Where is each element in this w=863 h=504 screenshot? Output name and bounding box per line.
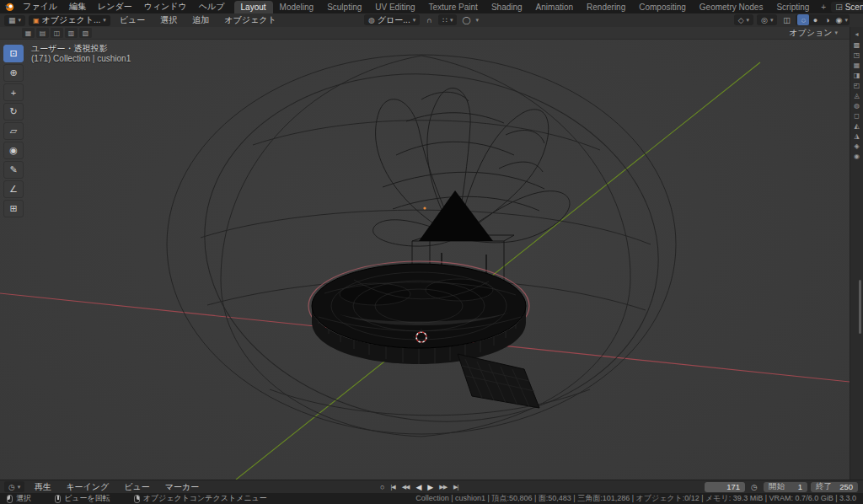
tab-uv-editing[interactable]: UV Editing [368,1,421,13]
properties-tab-modifier-icon[interactable]: ◻ [854,112,860,121]
menu-edit[interactable]: 編集 [63,0,92,13]
shading-material-button[interactable]: ◑ [821,14,833,25]
object-origin-dot [423,206,426,209]
snap-settings-dropdown[interactable]: ∷ ▾ [438,14,457,25]
move-tool[interactable]: + [3,83,24,101]
menu-help[interactable]: ヘルプ [193,0,231,13]
menu-timeline-view[interactable]: ビュー [118,480,155,494]
start-value: 1 [798,482,802,491]
add-workspace-button[interactable]: + [816,1,831,13]
xray-toggle[interactable]: ◫ [780,14,792,25]
scale-tool[interactable]: ▱ [3,122,24,140]
tool-preset-icon[interactable]: ▤ [36,28,49,38]
blender-logo-icon[interactable] [4,1,14,13]
menu-select[interactable]: 選択 [154,13,183,27]
tab-sculpting[interactable]: Sculpting [320,1,368,13]
play-reverse-button[interactable]: ◀ [413,481,423,492]
tool-preset-icon[interactable]: ▧ [79,28,92,38]
menu-object[interactable]: オブジェクト [218,13,281,27]
options-dropdown[interactable]: オプション ▾ [789,27,850,39]
viewport-background [0,27,850,480]
timeline-editor-type-button[interactable]: ◷ ▾ [4,481,24,492]
globe-icon: ◍ [368,16,375,24]
3d-viewport[interactable] [0,27,850,480]
menu-window[interactable]: ウィンドウ [138,0,193,13]
properties-tab-physics-icon[interactable]: ◮ [854,132,859,141]
menu-view[interactable]: ビュー [114,13,151,27]
properties-tab-particles-icon[interactable]: ◭ [854,122,859,131]
tab-layout[interactable]: Layout [234,1,273,13]
options-label: オプション [789,27,832,39]
current-frame-field[interactable]: 171 [705,482,745,492]
select-box-tool[interactable]: ⊡ [3,45,24,62]
frame-end-field[interactable]: 終了 250 [811,482,858,492]
autokey-toggle[interactable]: ○ [378,481,386,492]
expand-region-icon[interactable]: ◂ [855,30,858,38]
status-bar: 選択 ビューを回転 オブジェクトコンテクストメニュー Collection | … [0,493,863,504]
tab-texture-paint[interactable]: Texture Paint [422,1,485,13]
tool-preset-icon[interactable]: ◫ [51,28,63,38]
active-object-text: (171) Collection | cushion1 [31,54,131,64]
scene-selector[interactable]: ◲ Scene × [831,2,863,13]
tool-preset-icon[interactable]: ▦ [22,28,35,38]
hint-select: 選択 [7,493,31,504]
jump-to-start-button[interactable]: |◀ [388,481,397,492]
mode-dropdown[interactable]: ▣ オブジェクト... ▾ [29,15,110,26]
gizmos-dropdown[interactable]: ◇ ▾ [734,14,753,25]
properties-tab-render-icon[interactable]: ◳ [854,51,860,60]
shading-mode-group: ◌ ● ◑ ◉ ▾ [796,14,850,25]
transform-tool[interactable]: ◉ [3,142,24,159]
jump-to-end-button[interactable]: ▶| [451,481,460,492]
tool-preset-icon[interactable]: ▥ [65,28,78,38]
rotate-tool[interactable]: ↻ [3,103,24,121]
proportional-editing-icon[interactable]: ◯ [460,14,472,25]
properties-tab-world-icon[interactable]: ◬ [854,92,859,100]
hint-rotate-view: ビューを回転 [55,493,110,504]
view-name-text: ユーザー・透視投影 [31,44,131,54]
scene-name: Scene [845,3,863,12]
menu-render[interactable]: レンダー [92,0,138,13]
orientation-label: グロー... [378,14,410,26]
scrollbar[interactable] [859,280,861,334]
menu-playback[interactable]: 再生 [28,480,56,494]
tab-rendering[interactable]: Rendering [580,1,632,13]
properties-tab-data-icon[interactable]: ◉ [854,153,860,161]
frame-start-field[interactable]: 開始 1 [764,482,807,492]
properties-tab-scene-icon[interactable]: ◰ [854,82,860,90]
add-cube-tool[interactable]: ⊞ [3,200,24,217]
next-keyframe-button[interactable]: ▶▶ [437,481,449,492]
properties-tab-output-icon[interactable]: ▦ [854,62,860,70]
header-right: ◇ ▾ ◎ ▾ ◫ ◌ ● ◑ ◉ ▾ [734,14,850,25]
shading-wireframe-button[interactable]: ◌ [797,14,809,25]
tab-shading[interactable]: Shading [485,1,529,13]
menu-marker[interactable]: マーカー [159,480,205,494]
shading-solid-button[interactable]: ● [809,14,821,25]
tab-geometry-nodes[interactable]: Geometry Nodes [693,1,770,13]
play-button[interactable]: ▶ [425,481,435,492]
snap-magnet-icon[interactable]: ∩ [423,14,435,25]
overlays-dropdown[interactable]: ◎ ▾ [757,14,777,25]
use-preview-range-icon[interactable]: ◷ [748,481,760,492]
menu-add[interactable]: 追加 [186,13,215,27]
properties-tab-tool-icon[interactable]: ▩ [854,41,860,50]
chevron-down-icon: ▾ [770,17,774,24]
prev-keyframe-button[interactable]: ◀◀ [399,481,412,492]
tab-animation[interactable]: Animation [529,1,580,13]
properties-tab-constraints-icon[interactable]: ◈ [854,142,859,151]
cursor-tool[interactable]: ⊕ [3,64,24,82]
tab-modeling[interactable]: Modeling [273,1,321,13]
tab-compositing[interactable]: Compositing [632,1,693,13]
timeline-left: ◷ ▾ 再生 キーイング ビュー マーカー [4,480,205,494]
properties-tab-viewlayer-icon[interactable]: ◨ [854,72,860,80]
shading-rendered-button[interactable]: ◉ [833,14,844,25]
properties-tab-object-icon[interactable]: ◍ [854,102,860,110]
measure-tool[interactable]: ∠ [3,180,24,198]
tab-scripting[interactable]: Scripting [769,1,816,13]
menu-file[interactable]: ファイル [17,0,63,13]
chevron-down-icon: ▾ [747,17,750,24]
editor-type-button[interactable]: ▦ ▾ [4,15,25,26]
annotate-tool[interactable]: ✎ [3,161,24,179]
workspace-tabs: Layout Modeling Sculpting UV Editing Tex… [234,0,832,13]
menu-keying[interactable]: キーイング [60,480,115,494]
transform-orientation-dropdown[interactable]: ◍ グロー... ▾ [364,14,420,25]
